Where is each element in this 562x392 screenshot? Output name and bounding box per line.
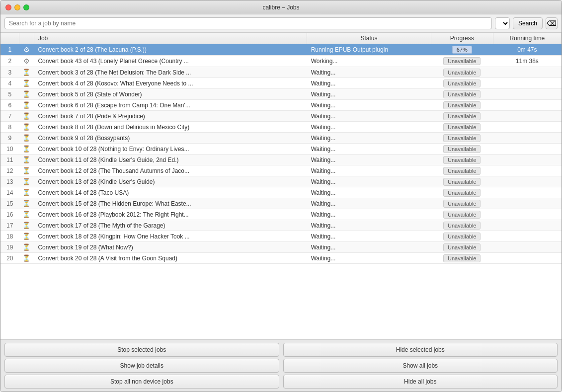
job-progress: Unavailable xyxy=(431,220,493,231)
table-row[interactable]: 20⏳Convert book 20 of 28 (A Visit from t… xyxy=(0,253,562,264)
row-number: 16 xyxy=(0,209,19,220)
running-time xyxy=(493,133,561,144)
hourglass-icon: ⏳ xyxy=(19,253,34,264)
table-row[interactable]: 4⏳Convert book 4 of 28 (Kosovo: What Eve… xyxy=(0,78,562,89)
job-name: Convert book 3 of 28 (The Net Delusion: … xyxy=(34,67,307,78)
hourglass-icon: ⏳ xyxy=(19,165,34,176)
stop-selected-jobs-button[interactable]: Stop selected jobs xyxy=(4,343,279,357)
jobs-table: Job Status Progress Running time 1⚙Conve… xyxy=(0,33,562,264)
job-status: Waiting... xyxy=(307,198,431,209)
hide-selected-jobs-button[interactable]: Hide selected jobs xyxy=(283,343,558,357)
job-progress: Unavailable xyxy=(431,209,493,220)
stop-all-non-device-jobs-button[interactable]: Stop all non device jobs xyxy=(4,375,279,389)
running-time xyxy=(493,165,561,176)
footer-row-2: Show job details Show all jobs xyxy=(4,359,558,373)
running-time xyxy=(493,144,561,155)
job-progress: Unavailable xyxy=(431,155,493,165)
table-row[interactable]: 16⏳Convert book 16 of 28 (Playbook 2012:… xyxy=(0,209,562,220)
table-row[interactable]: 6⏳Convert book 6 of 28 (Escape from Camp… xyxy=(0,100,562,111)
job-name: Convert book 15 of 28 (The Hidden Europe… xyxy=(34,198,307,209)
backspace-icon: ⌫ xyxy=(547,19,557,27)
table-row[interactable]: 7⏳Convert book 7 of 28 (Pride & Prejudic… xyxy=(0,111,562,122)
job-status: Waiting... xyxy=(307,231,431,242)
show-job-details-button[interactable]: Show job details xyxy=(4,359,279,373)
table-row[interactable]: 3⏳Convert book 3 of 28 (The Net Delusion… xyxy=(0,67,562,78)
col-progress[interactable]: Progress xyxy=(431,33,493,44)
col-job[interactable]: Job xyxy=(34,33,307,44)
show-all-jobs-button[interactable]: Show all jobs xyxy=(283,359,558,373)
job-progress: Unavailable xyxy=(431,89,493,100)
job-name: Convert book 19 of 28 (What Now?) xyxy=(34,242,307,253)
job-name: Convert book 4 of 28 (Kosovo: What Every… xyxy=(34,78,307,89)
table-row[interactable]: 8⏳Convert book 8 of 28 (Down and Delirio… xyxy=(0,122,562,133)
job-status: Waiting... xyxy=(307,253,431,264)
hourglass-icon: ⏳ xyxy=(19,100,34,111)
row-number: 2 xyxy=(0,56,19,67)
row-number: 8 xyxy=(0,122,19,133)
running-time xyxy=(493,209,561,220)
hide-all-jobs-button[interactable]: Hide all jobs xyxy=(283,375,558,389)
job-name: Convert book 17 of 28 (The Myth of the G… xyxy=(34,220,307,231)
job-status: Running EPUB Output plugin xyxy=(307,44,431,56)
search-input[interactable] xyxy=(4,17,492,29)
search-dropdown[interactable] xyxy=(495,17,510,29)
hourglass-icon: ⏳ xyxy=(19,122,34,133)
job-name: Convert book 11 of 28 (Kindle User's Gui… xyxy=(34,155,307,165)
table-row[interactable]: 2⚙Convert book 43 of 43 (Lonely Planet G… xyxy=(0,56,562,67)
clear-search-button[interactable]: ⌫ xyxy=(546,17,558,29)
table-row[interactable]: 15⏳Convert book 15 of 28 (The Hidden Eur… xyxy=(0,198,562,209)
table-row[interactable]: 14⏳Convert book 14 of 28 (Taco USA)Waiti… xyxy=(0,187,562,198)
table-row[interactable]: 17⏳Convert book 17 of 28 (The Myth of th… xyxy=(0,220,562,231)
window-title: calibre – Jobs xyxy=(262,4,299,11)
job-progress: Unavailable xyxy=(431,56,493,67)
row-number: 14 xyxy=(0,187,19,198)
row-number: 11 xyxy=(0,155,19,165)
row-number: 12 xyxy=(0,165,19,176)
running-time xyxy=(493,122,561,133)
row-number: 3 xyxy=(0,67,19,78)
gear-icon: ⚙ xyxy=(19,44,34,56)
table-row[interactable]: 18⏳Convert book 18 of 28 (Kingpin: How O… xyxy=(0,231,562,242)
minimize-button[interactable] xyxy=(14,4,20,10)
row-number: 13 xyxy=(0,176,19,187)
table-row[interactable]: 13⏳Convert book 13 of 28 (Kindle User's … xyxy=(0,176,562,187)
row-number: 7 xyxy=(0,111,19,122)
search-button[interactable]: Search xyxy=(513,17,543,29)
job-status: Working... xyxy=(307,56,431,67)
close-button[interactable] xyxy=(5,4,11,10)
table-row[interactable]: 12⏳Convert book 12 of 28 (The Thousand A… xyxy=(0,165,562,176)
table-row[interactable]: 9⏳Convert book 9 of 28 (Bossypants)Waiti… xyxy=(0,133,562,144)
job-status: Waiting... xyxy=(307,220,431,231)
job-name: Convert book 12 of 28 (The Thousand Autu… xyxy=(34,165,307,176)
table-row[interactable]: 11⏳Convert book 11 of 28 (Kindle User's … xyxy=(0,155,562,165)
job-name: Convert book 20 of 28 (A Visit from the … xyxy=(34,253,307,264)
row-number: 10 xyxy=(0,144,19,155)
hourglass-icon: ⏳ xyxy=(19,198,34,209)
job-progress: Unavailable xyxy=(431,198,493,209)
title-bar-buttons xyxy=(5,4,29,10)
job-progress: Unavailable xyxy=(431,122,493,133)
main-window: calibre – Jobs Search ⌫ Job Status Progr… xyxy=(0,0,562,392)
hourglass-icon: ⏳ xyxy=(19,242,34,253)
running-time xyxy=(493,242,561,253)
job-progress: Unavailable xyxy=(431,253,493,264)
job-status: Waiting... xyxy=(307,89,431,100)
running-time xyxy=(493,100,561,111)
running-time xyxy=(493,231,561,242)
table-row[interactable]: 10⏳Convert book 10 of 28 (Nothing to Env… xyxy=(0,144,562,155)
col-running-time[interactable]: Running time xyxy=(493,33,561,44)
job-name: Convert book 14 of 28 (Taco USA) xyxy=(34,187,307,198)
table-row[interactable]: 19⏳Convert book 19 of 28 (What Now?)Wait… xyxy=(0,242,562,253)
row-number: 19 xyxy=(0,242,19,253)
running-time: 11m 38s xyxy=(493,56,561,67)
row-number: 20 xyxy=(0,253,19,264)
row-number: 6 xyxy=(0,100,19,111)
job-progress: Unavailable xyxy=(431,78,493,89)
table-row[interactable]: 5⏳Convert book 5 of 28 (State of Wonder)… xyxy=(0,89,562,100)
table-row[interactable]: 1⚙Convert book 2 of 28 (The Lacuna (P.S.… xyxy=(0,44,562,56)
col-status[interactable]: Status xyxy=(307,33,431,44)
maximize-button[interactable] xyxy=(23,4,29,10)
job-status: Waiting... xyxy=(307,144,431,155)
job-progress: Unavailable xyxy=(431,100,493,111)
row-number: 18 xyxy=(0,231,19,242)
